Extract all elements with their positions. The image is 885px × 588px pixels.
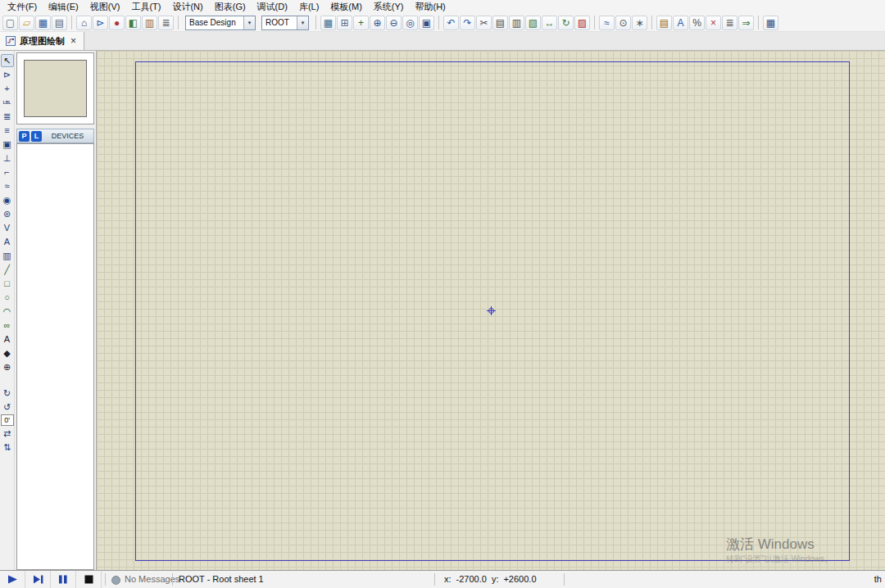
x-mirror-button[interactable]: ⇄	[1, 427, 14, 440]
property-assignment-button[interactable]: ∗	[632, 16, 647, 30]
netlist-to-ares-button[interactable]: ⇒	[738, 16, 754, 30]
block-rotate-button[interactable]: ↻	[558, 16, 574, 30]
line-mode-button[interactable]: ╱	[1, 263, 14, 276]
3d-visualizer-icon: ◧	[129, 18, 138, 28]
menu-edit[interactable]: 编辑(E)	[43, 0, 84, 14]
graph-mode-icon: ≈	[4, 182, 9, 191]
y-mirror-button[interactable]: ⇅	[1, 441, 14, 454]
schematic-canvas[interactable]: 激活 Windows 转到“设置”以激活 Windows。	[97, 51, 885, 570]
new-project-button[interactable]: ▢	[2, 16, 18, 30]
stop-button[interactable]	[76, 571, 102, 588]
text-script-mode-button[interactable]: ≣	[1, 110, 14, 123]
devices-list[interactable]	[16, 143, 94, 570]
paste-icon: ▥	[512, 18, 521, 28]
rotate-anticlockwise-button[interactable]: ↺	[1, 400, 14, 414]
library-manager-button[interactable]: L	[31, 131, 42, 142]
source-code-button[interactable]: ≣	[158, 16, 174, 30]
design-explorer-list-button[interactable]: ▤	[656, 16, 672, 30]
cut-button[interactable]: ✂	[476, 16, 492, 30]
sheet-dropdown-value: ROOT	[262, 18, 297, 27]
pick-device-button[interactable]: P	[19, 131, 30, 142]
menu-system[interactable]: 系统(Y)	[368, 0, 410, 14]
import-section-button[interactable]: ▤	[52, 16, 67, 30]
step-button[interactable]	[25, 571, 51, 588]
symbol-mode-button[interactable]: ◆	[1, 346, 14, 360]
simulation-log-button[interactable]: ▦	[763, 16, 778, 30]
path-mode-button[interactable]: ∞	[1, 319, 14, 332]
menu-view[interactable]: 视图(V)	[84, 0, 126, 14]
save-project-button[interactable]: ▦	[35, 16, 51, 30]
wire-label-mode-button[interactable]: LBL	[1, 96, 14, 109]
search-tag-button[interactable]: ⊙	[615, 16, 631, 30]
menu-debug[interactable]: 调试(D)	[252, 0, 293, 14]
circle-mode-button[interactable]: ○	[1, 291, 14, 304]
menu-library[interactable]: 库(L)	[293, 0, 324, 14]
overview-window[interactable]	[16, 52, 94, 124]
pause-button[interactable]	[51, 571, 76, 588]
false-origin-button[interactable]: ⊞	[337, 16, 352, 30]
zoom-in-button[interactable]: ⊕	[370, 16, 385, 30]
find-and-edit-button[interactable]: A	[673, 16, 688, 30]
buses-mode-button[interactable]: ≡	[1, 124, 14, 137]
schematic-capture-button[interactable]: ⊳	[93, 16, 108, 30]
property-editor-icon: %	[692, 18, 701, 28]
menu-template[interactable]: 模板(M)	[324, 0, 368, 14]
virtual-instruments-mode-button[interactable]: ▥	[1, 249, 14, 262]
menu-file[interactable]: 文件(F)	[2, 0, 43, 14]
wire-autorouter-button[interactable]: ≈	[599, 16, 615, 30]
tape-recorder-mode-button[interactable]: ◉	[1, 193, 14, 206]
block-copy-button[interactable]: ▧	[525, 16, 541, 30]
zoom-all-button[interactable]: ◎	[402, 16, 418, 30]
design-explorer-button[interactable]: ▥	[142, 16, 157, 30]
text-mode-button[interactable]: A	[1, 332, 14, 346]
paste-button[interactable]: ▥	[509, 16, 524, 30]
overview-sheet-preview	[24, 60, 87, 117]
menu-graph[interactable]: 图表(G)	[209, 0, 252, 14]
tab-close-icon[interactable]: ×	[69, 35, 78, 47]
open-project-button[interactable]: ▱	[19, 16, 34, 30]
rotation-angle-display[interactable]: 0'	[1, 414, 14, 426]
home-page-button[interactable]: ⌂	[76, 16, 92, 30]
bill-of-materials-button[interactable]: ≣	[722, 16, 738, 30]
rotate-clockwise-button[interactable]: ↻	[1, 387, 14, 400]
pcb-layout-icon: ●	[114, 18, 120, 28]
pause-icon	[58, 575, 68, 584]
pcb-layout-button[interactable]: ●	[109, 16, 125, 30]
box-mode-button[interactable]: □	[1, 277, 14, 290]
generator-mode-button[interactable]: ⊚	[1, 207, 14, 220]
chevron-down-icon: ▼	[297, 16, 308, 29]
tab-label: 原理图绘制	[20, 35, 65, 47]
menu-tools[interactable]: 工具(T)	[125, 0, 166, 14]
center-at-cursor-button[interactable]: +	[353, 16, 369, 30]
voltage-probe-mode-button[interactable]: V	[1, 221, 14, 234]
device-pins-mode-button[interactable]: ⌐	[1, 165, 14, 179]
sheet-dropdown[interactable]: ROOT▼	[261, 16, 309, 30]
marker-mode-button[interactable]: ⊕	[1, 360, 14, 373]
zoom-area-button[interactable]: ▣	[419, 16, 434, 30]
property-editor-button[interactable]: %	[689, 16, 705, 30]
toolbar-separator	[758, 16, 759, 29]
junction-dot-mode-button[interactable]: +	[1, 82, 14, 95]
tab-schematic-capture[interactable]: 原理图绘制 ×	[0, 32, 84, 50]
selection-mode-button[interactable]: ↖	[1, 54, 14, 67]
terminals-mode-button[interactable]: ⊥	[1, 152, 14, 165]
menu-design[interactable]: 设计(N)	[166, 0, 208, 14]
electrical-rule-check-button[interactable]: ×	[706, 16, 721, 30]
coord-x-value: -2700.0	[456, 574, 487, 584]
subcircuit-mode-button[interactable]: ▣	[1, 138, 14, 151]
redo-button[interactable]: ↷	[460, 16, 475, 30]
undo-button[interactable]: ↶	[443, 16, 459, 30]
block-delete-button[interactable]: ▨	[574, 16, 590, 30]
toggle-grid-button[interactable]: ▦	[320, 16, 336, 30]
play-button[interactable]	[0, 571, 25, 588]
block-move-button[interactable]: ↔	[542, 16, 557, 30]
zoom-out-button[interactable]: ⊖	[386, 16, 402, 30]
copy-button[interactable]: ▤	[492, 16, 508, 30]
arc-mode-button[interactable]: ◠	[1, 305, 14, 318]
3d-visualizer-button[interactable]: ◧	[125, 16, 141, 30]
design-variant-dropdown[interactable]: Base Design▼	[185, 16, 256, 30]
graph-mode-button[interactable]: ≈	[1, 179, 14, 192]
menu-help[interactable]: 帮助(H)	[410, 0, 452, 14]
component-mode-button[interactable]: ⊳	[1, 68, 14, 81]
current-probe-mode-button[interactable]: A	[1, 235, 14, 248]
